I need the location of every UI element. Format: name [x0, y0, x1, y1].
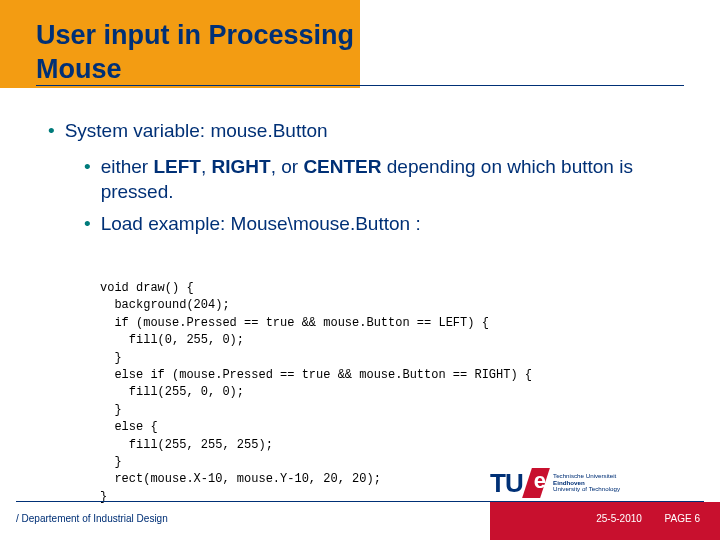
sub1-sep2: , or: [271, 156, 304, 177]
footer-department: / Departement of Industrial Design: [16, 513, 168, 524]
title-underline: [36, 85, 684, 86]
footer-divider: [16, 501, 704, 502]
title-block: User input in Processing Mouse: [36, 20, 684, 88]
sub1-left: LEFT: [153, 156, 201, 177]
sub-bullet-list: • either LEFT, RIGHT, or CENTER dependin…: [84, 154, 680, 237]
logo-e-text: e: [533, 468, 545, 494]
sub-bullet-1-text: either LEFT, RIGHT, or CENTER depending …: [101, 154, 680, 205]
logo-slash-icon: e: [522, 468, 550, 498]
content-area: • System variable: mouse.Button • either…: [48, 118, 680, 243]
bullet-dot-icon: •: [48, 118, 55, 144]
logo-subtitle: Technische Universiteit Eindhoven Univer…: [553, 473, 620, 493]
bullet-dot-icon: •: [84, 211, 91, 237]
footer-page: PAGE 6: [665, 513, 700, 524]
tue-logo: TU e Technische Universiteit Eindhoven U…: [490, 466, 620, 500]
title-line-1: User input in Processing: [36, 20, 684, 52]
sub1-center: CENTER: [303, 156, 381, 177]
sub-bullet-2: • Load example: Mouse\mouse.Button :: [84, 211, 680, 237]
slide: User input in Processing Mouse • System …: [0, 0, 720, 540]
footer-right-group: 25-5-2010 PAGE 6: [576, 513, 700, 524]
logo-tu-text: TU: [490, 468, 523, 499]
sub1-right: RIGHT: [212, 156, 271, 177]
code-block: void draw() { background(204); if (mouse…: [100, 280, 532, 506]
sub1-sep1: ,: [201, 156, 212, 177]
sub-bullet-2-text: Load example: Mouse\mouse.Button :: [101, 211, 680, 237]
title-line-2: Mouse: [36, 54, 684, 86]
sub-bullet-1: • either LEFT, RIGHT, or CENTER dependin…: [84, 154, 680, 205]
bullet-dot-icon: •: [84, 154, 91, 205]
footer-date: 25-5-2010: [596, 513, 642, 524]
logo-sub-3: University of Technology: [553, 485, 620, 492]
bullet-main: • System variable: mouse.Button: [48, 118, 680, 144]
bullet-main-text: System variable: mouse.Button: [65, 118, 680, 144]
sub1-prefix: either: [101, 156, 154, 177]
